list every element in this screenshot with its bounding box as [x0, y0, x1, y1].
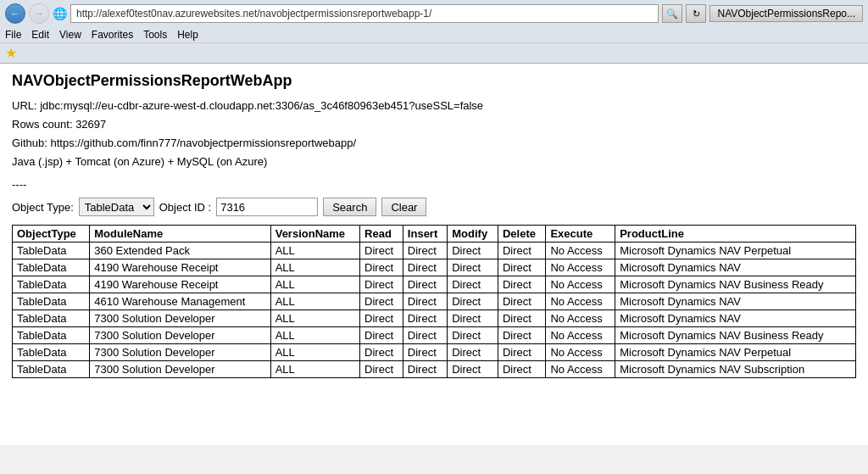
menu-edit[interactable]: Edit	[31, 29, 49, 41]
cell-3-3: Direct	[360, 293, 403, 310]
cell-7-2: ALL	[270, 361, 359, 378]
back-button[interactable]: ←	[5, 3, 25, 24]
menu-tools[interactable]: Tools	[143, 29, 167, 41]
col-productline: ProductLine	[615, 226, 856, 243]
forward-button[interactable]: →	[29, 3, 49, 24]
cell-2-7: No Access	[546, 276, 615, 293]
cell-5-8: Microsoft Dynamics NAV Business Ready	[615, 327, 856, 344]
search-button[interactable]: Search	[323, 198, 376, 216]
table-row: TableData4190 Warehouse ReceiptALLDirect…	[13, 276, 856, 293]
browser-toolbar: ← → 🌐 🔍 ↻ NAVObjectPermissionsRepo...	[0, 0, 868, 27]
menu-view[interactable]: View	[59, 29, 81, 41]
cell-4-4: Direct	[403, 310, 447, 327]
cell-7-1: 7300 Solution Developer	[90, 361, 270, 378]
cell-1-3: Direct	[360, 259, 403, 276]
rows-info: Rows count: 32697	[12, 115, 856, 134]
object-id-input[interactable]	[216, 198, 318, 216]
cell-7-4: Direct	[403, 361, 447, 378]
menu-help[interactable]: Help	[177, 29, 198, 41]
favorites-star-icon: ★	[5, 46, 17, 60]
cell-5-3: Direct	[360, 327, 403, 344]
cell-3-6: Direct	[498, 293, 545, 310]
cell-2-6: Direct	[498, 276, 545, 293]
cell-6-0: TableData	[13, 344, 90, 361]
cell-5-0: TableData	[13, 327, 90, 344]
cell-3-2: ALL	[270, 293, 359, 310]
cell-0-5: Direct	[448, 243, 498, 259]
table-row: TableData360 Extended PackALLDirectDirec…	[13, 243, 856, 259]
java-info: Java (.jsp) + Tomcat (on Azure) + MySQL …	[12, 153, 856, 171]
cell-3-1: 4610 Warehouse Management	[90, 293, 270, 310]
cell-7-5: Direct	[448, 361, 498, 378]
object-id-label: Object ID :	[159, 201, 211, 214]
cell-5-6: Direct	[498, 327, 545, 344]
table-row: TableData7300 Solution DeveloperALLDirec…	[13, 310, 856, 327]
table-row: TableData4190 Warehouse ReceiptALLDirect…	[13, 259, 856, 276]
refresh-button[interactable]: ↻	[686, 4, 706, 23]
cell-2-0: TableData	[13, 276, 90, 293]
browser-chrome: ← → 🌐 🔍 ↻ NAVObjectPermissionsRepo... Fi…	[0, 0, 868, 64]
cell-6-7: No Access	[546, 344, 615, 361]
browser-tab[interactable]: NAVObjectPermissionsRepo...	[709, 5, 863, 22]
cell-5-5: Direct	[448, 327, 498, 344]
cell-4-8: Microsoft Dynamics NAV	[615, 310, 856, 327]
cell-4-1: 7300 Solution Developer	[90, 310, 270, 327]
cell-1-2: ALL	[270, 259, 359, 276]
cell-7-0: TableData	[13, 361, 90, 378]
cell-7-7: No Access	[546, 361, 615, 378]
url-bar[interactable]	[70, 4, 659, 23]
table-row: TableData7300 Solution DeveloperALLDirec…	[13, 361, 856, 378]
cell-3-5: Direct	[448, 293, 498, 310]
cell-4-7: No Access	[546, 310, 615, 327]
col-execute: Execute	[546, 226, 615, 243]
cell-3-7: No Access	[546, 293, 615, 310]
browser-favorites-bar: ★	[0, 42, 868, 63]
page-info: URL: jdbc:mysql://eu-cdbr-azure-west-d.c…	[12, 97, 856, 171]
cell-3-4: Direct	[403, 293, 447, 310]
cell-4-6: Direct	[498, 310, 545, 327]
cell-0-2: ALL	[270, 243, 359, 259]
browser-search-button[interactable]: 🔍	[662, 4, 682, 23]
cell-2-1: 4190 Warehouse Receipt	[90, 276, 270, 293]
favicon-icon: 🌐	[53, 7, 67, 20]
cell-1-7: No Access	[546, 259, 615, 276]
object-type-label: Object Type:	[12, 201, 74, 214]
cell-5-7: No Access	[546, 327, 615, 344]
menu-file[interactable]: File	[5, 29, 21, 41]
table-row: TableData7300 Solution DeveloperALLDirec…	[13, 327, 856, 344]
col-insert: Insert	[403, 226, 447, 243]
github-info: Github: https://github.com/finn777/navob…	[12, 134, 856, 153]
cell-5-1: 7300 Solution Developer	[90, 327, 270, 344]
cell-3-8: Microsoft Dynamics NAV	[615, 293, 856, 310]
menu-favorites[interactable]: Favorites	[92, 29, 133, 41]
page-content: NAVObjectPermissionsReportWebApp URL: jd…	[0, 64, 868, 445]
cell-2-8: Microsoft Dynamics NAV Business Ready	[615, 276, 856, 293]
cell-6-4: Direct	[403, 344, 447, 361]
cell-6-3: Direct	[360, 344, 403, 361]
cell-4-3: Direct	[360, 310, 403, 327]
cell-7-6: Direct	[498, 361, 545, 378]
col-versionname: VersionName	[270, 226, 359, 243]
cell-6-2: ALL	[270, 344, 359, 361]
cell-5-2: ALL	[270, 327, 359, 344]
table-row: TableData7300 Solution DeveloperALLDirec…	[13, 344, 856, 361]
clear-button[interactable]: Clear	[381, 198, 426, 216]
cell-1-1: 4190 Warehouse Receipt	[90, 259, 270, 276]
col-modify: Modify	[448, 226, 498, 243]
cell-6-8: Microsoft Dynamics NAV Perpetual	[615, 344, 856, 361]
url-info: URL: jdbc:mysql://eu-cdbr-azure-west-d.c…	[12, 97, 856, 115]
cell-4-5: Direct	[448, 310, 498, 327]
cell-0-0: TableData	[13, 243, 90, 259]
cell-1-8: Microsoft Dynamics NAV	[615, 259, 856, 276]
object-type-select[interactable]: TableData CodeUnit Report Page Query XML…	[79, 198, 154, 216]
col-modulename: ModuleName	[90, 226, 270, 243]
cell-0-7: No Access	[546, 243, 615, 259]
cell-7-8: Microsoft Dynamics NAV Subscription	[615, 361, 856, 378]
cell-0-6: Direct	[498, 243, 545, 259]
divider: ----	[12, 178, 856, 191]
cell-1-0: TableData	[13, 259, 90, 276]
cell-1-4: Direct	[403, 259, 447, 276]
cell-4-2: ALL	[270, 310, 359, 327]
col-objecttype: ObjectType	[13, 226, 90, 243]
cell-2-4: Direct	[403, 276, 447, 293]
